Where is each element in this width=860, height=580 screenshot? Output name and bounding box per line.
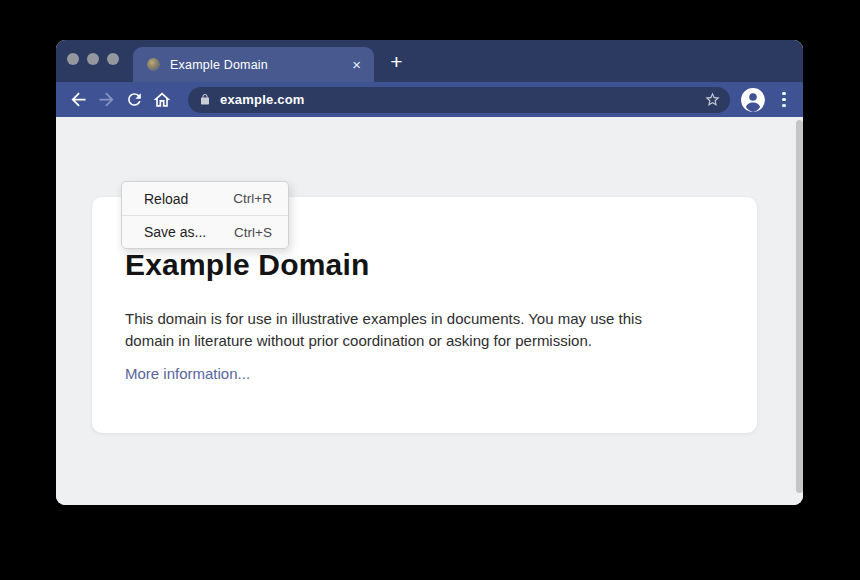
menu-item-shortcut: Ctrl+S <box>234 225 272 240</box>
overflow-menu-button[interactable] <box>777 92 791 108</box>
home-icon <box>152 90 172 110</box>
menu-item-reload[interactable]: Reload Ctrl+R <box>122 182 288 215</box>
menu-item-shortcut: Ctrl+R <box>233 191 272 206</box>
address-bar[interactable]: example.com <box>188 87 730 113</box>
profile-button[interactable] <box>740 87 766 113</box>
menu-item-label: Reload <box>144 191 188 207</box>
browser-toolbar: example.com <box>56 82 803 117</box>
traffic-lights <box>67 53 119 65</box>
avatar-icon <box>740 87 766 113</box>
tab-title: Example Domain <box>170 58 268 72</box>
window-titlebar[interactable]: Example Domain × + <box>56 40 803 82</box>
traffic-light-close-button[interactable] <box>67 53 79 65</box>
home-button[interactable] <box>148 86 176 114</box>
reload-button[interactable] <box>120 86 148 114</box>
paragraph-line: domain in literature without prior coord… <box>125 330 642 352</box>
traffic-light-minimize-button[interactable] <box>87 53 99 65</box>
back-arrow-icon <box>68 89 89 110</box>
menu-item-save-as[interactable]: Save as... Ctrl+S <box>122 215 288 248</box>
page-paragraph: This domain is for use in illustrative e… <box>125 308 642 352</box>
kebab-dot <box>782 98 786 102</box>
kebab-dot <box>782 92 786 96</box>
lock-icon[interactable] <box>199 93 211 106</box>
browser-window: Example Domain × + example.com <box>56 40 803 505</box>
kebab-dot <box>782 104 786 108</box>
site-favicon-icon <box>147 58 160 71</box>
bookmark-star-icon[interactable] <box>704 91 721 108</box>
context-menu: Reload Ctrl+R Save as... Ctrl+S <box>121 181 289 249</box>
menu-item-label: Save as... <box>144 224 206 240</box>
url-text: example.com <box>220 92 305 107</box>
traffic-light-zoom-button[interactable] <box>107 53 119 65</box>
forward-button[interactable] <box>92 86 120 114</box>
browser-tab[interactable]: Example Domain × <box>133 47 374 82</box>
forward-arrow-icon <box>96 89 117 110</box>
reload-icon <box>125 90 144 109</box>
back-button[interactable] <box>64 86 92 114</box>
new-tab-button[interactable]: + <box>383 48 410 75</box>
desktop-background: Example Domain × + example.com <box>0 0 860 580</box>
scrollbar-thumb[interactable] <box>796 120 803 493</box>
paragraph-line: This domain is for use in illustrative e… <box>125 308 642 330</box>
page-heading: Example Domain <box>125 247 370 283</box>
tab-close-icon[interactable]: × <box>349 56 364 73</box>
more-information-link[interactable]: More information... <box>125 365 250 382</box>
page-viewport: Example Domain This domain is for use in… <box>56 117 803 505</box>
